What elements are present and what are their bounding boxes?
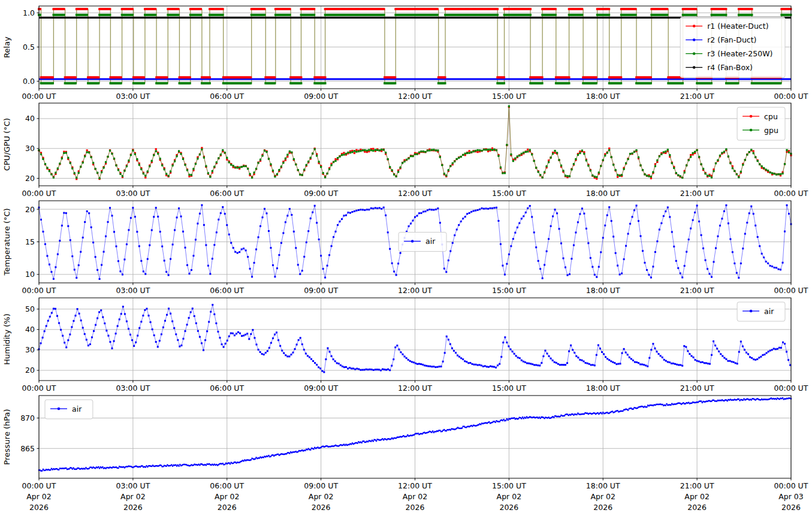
x-tick-label: 18:00 UT: [586, 481, 620, 490]
x-tick-label: 06:00 UT: [210, 286, 244, 295]
panel-temperature: 101520Temperature (°C)00:00 UT03:00 UT06…: [2, 201, 808, 295]
panel-pressure: 865870Pressure (hPa)00:00 UTApr 02202603…: [2, 396, 808, 512]
y-tick-label: 30: [25, 345, 35, 354]
x-tick-label: 21:00 UT: [680, 481, 714, 490]
x-tick-date: Apr 02: [684, 492, 710, 501]
panel-cpu_gpu: 203040CPU/GPU (°C)00:00 UT03:00 UT06:00 …: [2, 103, 808, 198]
x-tick-label: 12:00 UT: [398, 189, 432, 198]
x-tick-year: 2026: [499, 503, 518, 512]
x-tick-label: 00:00 UT: [22, 286, 56, 295]
x-tick-year: 2026: [593, 503, 612, 512]
x-tick-label: 18:00 UT: [586, 286, 620, 295]
x-tick-label: 12:00 UT: [398, 286, 432, 295]
y-tick-label: 0.0: [23, 77, 35, 86]
x-tick-label: 00:00 UT: [774, 92, 808, 101]
x-tick-label: 00:00 UT: [22, 189, 56, 198]
x-tick-date: Apr 02: [497, 492, 522, 501]
legend-label: cpu: [764, 112, 778, 121]
legend-label: air: [425, 237, 436, 246]
x-tick-label: 12:00 UT: [398, 384, 432, 393]
y-axis-title: Humidity (%): [2, 313, 11, 365]
x-tick-label: 03:00 UT: [116, 481, 150, 490]
x-tick-label: 00:00 UT: [774, 189, 808, 198]
y-tick-label: 30: [25, 144, 35, 153]
x-tick-year: 2026: [123, 503, 143, 512]
legend: r1 (Heater-Duct)r2 (Fan-Duct)r3 (Heater-…: [680, 17, 785, 78]
x-tick-label: 09:00 UT: [304, 286, 338, 295]
y-axis-title: Pressure (hPa): [2, 409, 11, 464]
y-tick-label: 865: [20, 444, 35, 453]
y-tick-label: 20: [25, 205, 35, 214]
x-tick-label: 00:00 UT: [22, 384, 56, 393]
x-tick-label: 09:00 UT: [304, 481, 338, 490]
legend: cpugpu: [737, 107, 785, 140]
x-tick-label: 00:00 UT: [774, 384, 808, 393]
x-tick-label: 12:00 UT: [398, 481, 432, 490]
x-tick-label: 09:00 UT: [304, 189, 338, 198]
x-tick-date: Apr 02: [215, 492, 240, 501]
legend-label: r2 (Fan-Duct): [707, 35, 756, 44]
x-tick-label: 06:00 UT: [210, 189, 244, 198]
legend: air: [737, 302, 785, 321]
y-tick-label: 50: [25, 304, 35, 313]
x-tick-label: 03:00 UT: [116, 189, 150, 198]
legend-label: r1 (Heater-Duct): [707, 22, 768, 31]
panel-relay: 0.00.51.0Relay00:00 UT03:00 UT06:00 UT09…: [2, 6, 808, 101]
x-tick-label: 18:00 UT: [586, 189, 620, 198]
x-tick-label: 18:00 UT: [586, 92, 620, 101]
x-tick-label: 06:00 UT: [210, 481, 244, 490]
x-tick-label: 15:00 UT: [492, 286, 526, 295]
x-tick-label: 21:00 UT: [680, 384, 714, 393]
panel-humidity: 20304050Humidity (%)00:00 UT03:00 UT06:0…: [2, 298, 808, 393]
figure-svg: 0.00.51.0Relay00:00 UT03:00 UT06:00 UT09…: [0, 0, 812, 516]
legend-label: r3 (Heater-250W): [707, 49, 772, 58]
x-tick-year: 2026: [687, 503, 707, 512]
y-tick-label: 0.5: [23, 43, 35, 52]
x-tick-label: 00:00 UT: [774, 481, 808, 490]
y-tick-label: 10: [25, 270, 35, 279]
y-tick-label: 15: [25, 237, 35, 246]
x-tick-label: 00:00 UT: [774, 286, 808, 295]
y-tick-label: 40: [25, 114, 35, 123]
y-tick-label: 20: [25, 174, 35, 183]
x-tick-label: 06:00 UT: [210, 384, 244, 393]
x-tick-date: Apr 02: [120, 492, 146, 501]
x-tick-label: 03:00 UT: [116, 384, 150, 393]
x-tick-label: 09:00 UT: [304, 384, 338, 393]
x-tick-date: Apr 02: [403, 492, 428, 501]
y-tick-label: 20: [25, 366, 35, 375]
x-tick-year: 2026: [406, 503, 425, 512]
legend: air: [399, 233, 446, 252]
legend-label: r4 (Fan-Box): [707, 63, 753, 72]
legend-label: gpu: [764, 126, 778, 135]
x-tick-label: 15:00 UT: [492, 384, 526, 393]
y-axis-title: CPU/GPU (°C): [2, 118, 11, 171]
x-tick-label: 18:00 UT: [586, 384, 620, 393]
x-tick-label: 00:00 UT: [22, 481, 56, 490]
x-tick-label: 06:00 UT: [210, 92, 244, 101]
legend-label: air: [72, 405, 82, 414]
x-tick-label: 21:00 UT: [680, 286, 714, 295]
y-tick-label: 870: [20, 414, 35, 423]
x-tick-label: 12:00 UT: [398, 92, 432, 101]
y-tick-label: 1.0: [23, 8, 35, 17]
x-tick-year: 2026: [781, 503, 801, 512]
y-axis-title: Relay: [2, 37, 11, 58]
x-tick-date: Apr 02: [26, 492, 52, 501]
x-tick-date: Apr 02: [309, 492, 334, 501]
x-tick-label: 21:00 UT: [680, 189, 714, 198]
x-tick-year: 2026: [312, 503, 331, 512]
x-tick-label: 00:00 UT: [22, 92, 56, 101]
series-air: [38, 304, 792, 373]
sensor-dashboard-figure: 0.00.51.0Relay00:00 UT03:00 UT06:00 UT09…: [0, 0, 812, 516]
x-tick-label: 15:00 UT: [492, 92, 526, 101]
legend-label: air: [764, 307, 774, 316]
x-tick-year: 2026: [218, 503, 237, 512]
x-tick-year: 2026: [29, 503, 49, 512]
x-tick-label: 21:00 UT: [680, 92, 714, 101]
x-tick-label: 03:00 UT: [116, 92, 150, 101]
y-axis-title: Temperature (°C): [2, 208, 11, 276]
x-tick-date: Apr 02: [590, 492, 615, 501]
x-tick-label: 15:00 UT: [492, 481, 526, 490]
x-tick-date: Apr 03: [778, 492, 804, 501]
